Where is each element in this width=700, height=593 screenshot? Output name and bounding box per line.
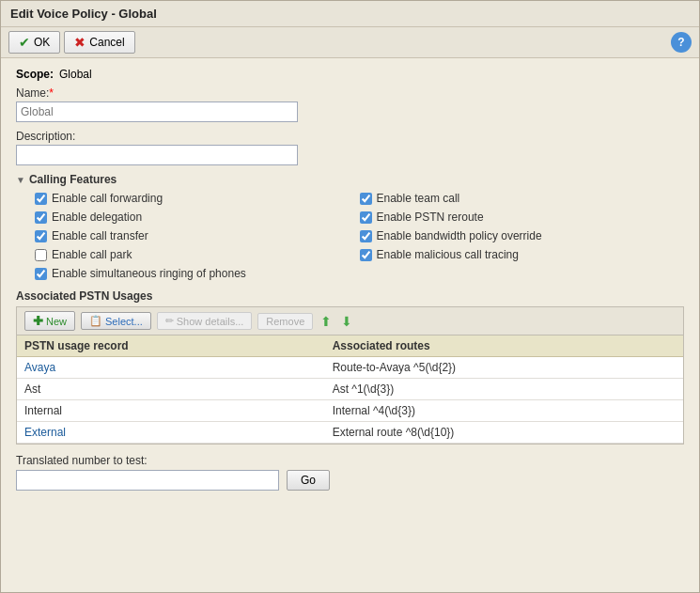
checkbox-label: Enable call forwarding [52, 192, 163, 205]
checkbox-cf6[interactable] [360, 193, 372, 205]
name-label: Name:* [16, 86, 684, 100]
new-label: New [46, 316, 67, 327]
associated-routes-cell: Ast ^1(\d{3}) [325, 379, 683, 400]
new-button[interactable]: ✚ New [24, 311, 75, 331]
remove-button[interactable]: Remove [257, 313, 313, 330]
collapse-arrow[interactable]: ▼ [16, 175, 25, 185]
select-label: Select... [105, 316, 143, 327]
checkbox-label: Enable call park [52, 248, 132, 261]
checkbox-label: Enable delegation [52, 211, 142, 224]
pstn-usage-cell: Internal [17, 400, 325, 422]
checkbox-item: Enable call forwarding [35, 192, 360, 205]
go-button[interactable]: Go [287, 470, 330, 491]
select-icon: 📋 [89, 315, 102, 327]
checkbox-label: Enable call transfer [52, 229, 148, 242]
col-pstn-usage: PSTN usage record [17, 336, 325, 357]
form-content: Scope: Global Name:* Description: ▼ Call… [1, 58, 699, 500]
translated-label: Translated number to test: [16, 454, 684, 467]
checkbox-cf5[interactable] [35, 268, 47, 280]
associated-routes-cell: Route-to-Avaya ^5(\d{2}) [325, 357, 683, 379]
check-icon: ✔ [19, 35, 30, 50]
associated-routes-cell: External route ^8(\d{10}) [325, 422, 683, 444]
show-details-label: Show details... [177, 316, 244, 327]
checkbox-cf8[interactable] [360, 230, 372, 242]
checkbox-item: Enable call park [35, 248, 360, 261]
ok-label: OK [34, 36, 50, 49]
ok-button[interactable]: ✔ OK [8, 31, 60, 54]
associated-routes-cell: Internal ^4(\d{3}) [325, 400, 683, 422]
checkbox-label: Enable team call [377, 192, 460, 205]
title-bar: Edit Voice Policy - Global [1, 1, 699, 27]
show-details-button[interactable]: ✏ Show details... [157, 312, 253, 330]
move-up-button[interactable]: ⬆ [319, 312, 334, 331]
pencil-icon: ✏ [165, 315, 174, 327]
checkbox-cf2[interactable] [35, 211, 47, 224]
pstn-usage-cell: External [17, 422, 325, 444]
checkbox-label: Enable PSTN reroute [377, 211, 484, 224]
name-input[interactable] [16, 101, 298, 122]
translated-input[interactable] [16, 470, 279, 491]
pstn-usage-cell: Avaya [17, 357, 325, 379]
pstn-usages-label: Associated PSTN Usages [16, 289, 684, 303]
scope-value: Global [59, 68, 92, 81]
checkboxes-area: Enable call forwardingEnable delegationE… [16, 192, 684, 280]
checkbox-label: Enable bandwidth policy override [377, 229, 542, 242]
right-checkbox-col: Enable team callEnable PSTN rerouteEnabl… [360, 192, 685, 280]
window-title: Edit Voice Policy - Global [10, 7, 157, 21]
checkbox-label: Enable simultaneous ringing of phones [52, 267, 246, 280]
pstn-table: PSTN usage record Associated routes Avay… [17, 336, 683, 444]
remove-label: Remove [266, 316, 304, 327]
checkbox-cf4[interactable] [35, 249, 47, 261]
x-icon: ✖ [74, 35, 86, 50]
translated-input-row: Go [16, 470, 684, 491]
move-down-button[interactable]: ⬇ [339, 312, 354, 331]
checkbox-cf9[interactable] [360, 249, 372, 261]
scope-label: Scope: [16, 68, 54, 81]
description-input[interactable] [16, 145, 298, 165]
checkbox-cf3[interactable] [35, 230, 47, 242]
table-row[interactable]: ExternalExternal route ^8(\d{10}) [17, 422, 683, 444]
help-button[interactable]: ? [671, 32, 692, 53]
checkbox-cf7[interactable] [360, 211, 372, 224]
toolbar: ✔ OK ✖ Cancel ? [1, 27, 699, 58]
table-row[interactable]: AstAst ^1(\d{3}) [17, 379, 683, 400]
description-field-row: Description: [16, 130, 684, 165]
checkbox-item: Enable malicious call tracing [360, 248, 685, 261]
select-button[interactable]: 📋 Select... [81, 312, 151, 330]
pstn-usage-cell: Ast [17, 379, 325, 400]
left-checkbox-col: Enable call forwardingEnable delegationE… [35, 192, 360, 280]
table-row[interactable]: InternalInternal ^4(\d{3}) [17, 400, 683, 422]
pstn-table-body: AvayaRoute-to-Avaya ^5(\d{2})AstAst ^1(\… [17, 357, 683, 444]
main-window: Edit Voice Policy - Global ✔ OK ✖ Cancel… [0, 0, 700, 593]
plus-icon: ✚ [33, 314, 43, 328]
pstn-table-area: ✚ New 📋 Select... ✏ Show details... Remo… [16, 306, 684, 445]
checkbox-cf1[interactable] [35, 193, 47, 205]
checkbox-item: Enable PSTN reroute [360, 211, 685, 224]
name-field-row: Name:* [16, 86, 684, 122]
cancel-label: Cancel [89, 36, 124, 49]
col-associated-routes: Associated routes [325, 336, 683, 357]
checkbox-label: Enable malicious call tracing [377, 248, 519, 261]
table-header-row: PSTN usage record Associated routes [17, 336, 683, 357]
checkbox-item: Enable simultaneous ringing of phones [35, 267, 360, 280]
description-label: Description: [16, 130, 684, 143]
translated-row: Translated number to test: Go [16, 454, 684, 491]
cancel-button[interactable]: ✖ Cancel [64, 31, 134, 54]
calling-features-header: ▼ Calling Features [16, 173, 684, 186]
calling-features-label: Calling Features [29, 173, 117, 186]
table-row[interactable]: AvayaRoute-to-Avaya ^5(\d{2}) [17, 357, 683, 379]
checkbox-item: Enable bandwidth policy override [360, 229, 685, 242]
checkbox-item: Enable delegation [35, 211, 360, 224]
checkbox-item: Enable call transfer [35, 229, 360, 242]
checkbox-item: Enable team call [360, 192, 685, 205]
scope-row: Scope: Global [16, 68, 684, 81]
pstn-toolbar: ✚ New 📋 Select... ✏ Show details... Remo… [17, 307, 683, 336]
required-indicator: * [49, 86, 54, 100]
